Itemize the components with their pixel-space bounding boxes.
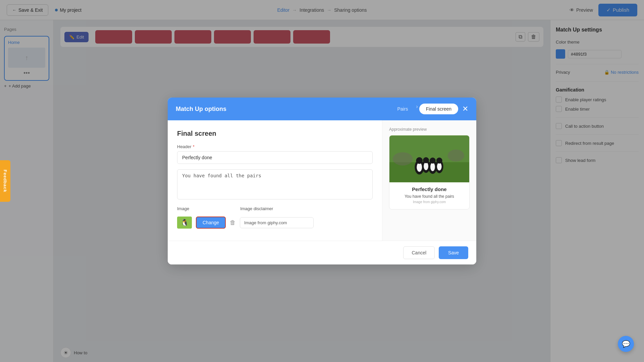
svg-point-9 [423, 157, 429, 163]
modal-close-button[interactable]: ✕ [462, 105, 468, 113]
preview-disclaimer-text: Image from giphy.com [389, 200, 469, 204]
feedback-label: Feedback [3, 170, 8, 192]
modal-tabs: Pairs › Final screen [391, 104, 459, 114]
save-button[interactable]: Save [439, 246, 468, 259]
preview-body-text: You have found all the pairs [389, 194, 469, 199]
image-thumbnail: 🐧 [177, 217, 192, 229]
svg-point-14 [437, 163, 442, 171]
preview-card: Perfectly done You have found all the pa… [389, 135, 470, 209]
svg-point-11 [430, 163, 435, 171]
required-star: * [193, 144, 195, 149]
header-input[interactable] [177, 151, 373, 164]
modal-header: Match Up options Pairs › Final screen ✕ [168, 98, 476, 120]
image-disclaimer-label: Image disclaimer [240, 206, 273, 211]
image-row: 🐧 Change 🗑 [177, 217, 373, 229]
preview-image [389, 135, 469, 182]
modal-body: Final screen Header * You have found all… [168, 120, 476, 241]
delete-image-button[interactable]: 🗑 [230, 219, 236, 226]
svg-point-2 [393, 152, 413, 166]
image-label: Image [177, 206, 189, 211]
svg-point-15 [436, 158, 442, 164]
tab-pairs[interactable]: Pairs [391, 104, 415, 114]
form-section-title: Final screen [177, 130, 373, 137]
image-disclaimer-input[interactable] [240, 217, 314, 228]
chat-bubble-button[interactable]: 💬 [618, 336, 634, 352]
modal-overlay: Match Up options Pairs › Final screen ✕ … [0, 0, 644, 362]
preview-label: Approximate preview [389, 127, 470, 132]
modal-footer: Cancel Save [168, 241, 476, 264]
modal-form: Final screen Header * You have found all… [168, 120, 382, 241]
tab-arrow-icon: › [416, 104, 418, 114]
chat-icon: 💬 [622, 340, 630, 348]
svg-point-3 [448, 149, 465, 162]
svg-point-6 [416, 157, 423, 164]
preview-header-text: Perfectly done [389, 186, 469, 192]
cancel-button[interactable]: Cancel [403, 246, 435, 259]
modal-preview: Approximate preview [382, 120, 476, 241]
header-label: Header * [177, 144, 373, 149]
svg-point-8 [424, 162, 428, 170]
modal: Match Up options Pairs › Final screen ✕ … [168, 98, 476, 264]
svg-point-12 [430, 158, 436, 164]
change-image-button[interactable]: Change [196, 217, 226, 229]
tab-final-screen[interactable]: Final screen [419, 104, 458, 114]
feedback-tab[interactable]: Feedback [0, 160, 10, 202]
image-label-row: Image Image disclaimer [177, 206, 373, 211]
svg-point-5 [417, 163, 422, 172]
body-textarea[interactable]: You have found all the pairs [177, 169, 373, 199]
modal-title: Match Up options [176, 106, 226, 113]
